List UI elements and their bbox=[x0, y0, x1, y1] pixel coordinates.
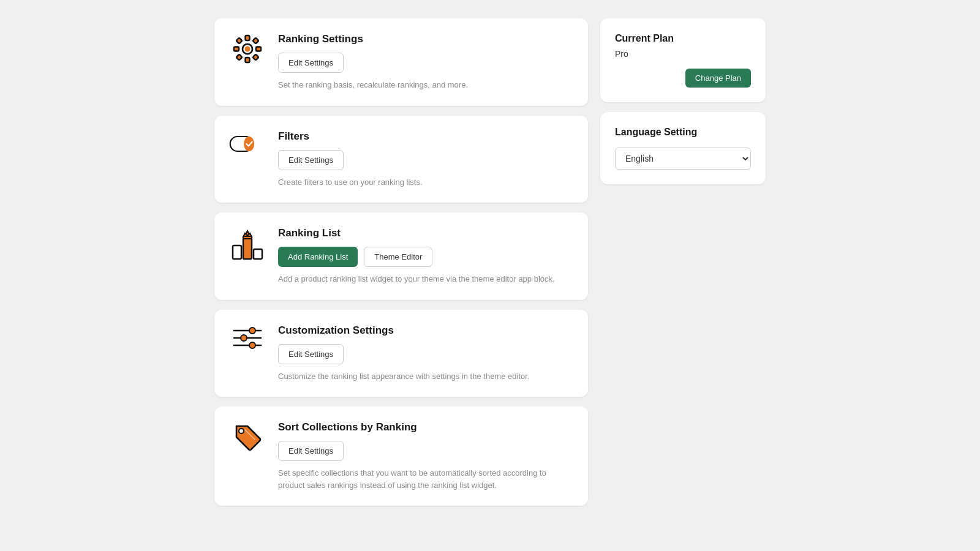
filters-content: Filters Edit Settings Create filters to … bbox=[278, 130, 573, 189]
add-ranking-list-button[interactable]: Add Ranking List bbox=[278, 247, 358, 267]
sliders-icon bbox=[229, 324, 266, 351]
current-plan-bottom: Change Plan bbox=[615, 69, 751, 88]
svg-rect-6 bbox=[253, 38, 259, 44]
svg-rect-3 bbox=[234, 47, 239, 51]
sort-collections-card: Sort Collections by Ranking Edit Setting… bbox=[214, 407, 588, 506]
gear-icon bbox=[229, 33, 266, 65]
ranking-settings-content: Ranking Settings Edit Settings Set the r… bbox=[278, 33, 573, 91]
side-column: Current Plan Pro Change Plan Language Se… bbox=[600, 18, 766, 506]
svg-rect-7 bbox=[236, 54, 243, 61]
customization-settings-title: Customization Settings bbox=[278, 324, 573, 337]
filters-description: Create filters to use on your ranking li… bbox=[278, 176, 573, 189]
ranking-list-buttons: Add Ranking List Theme Editor bbox=[278, 247, 573, 267]
svg-point-25 bbox=[239, 429, 244, 433]
sort-collections-description: Set specific collections that you want t… bbox=[278, 467, 573, 491]
filters-title: Filters bbox=[278, 130, 573, 143]
ranking-list-description: Add a product ranking list widget to you… bbox=[278, 273, 573, 285]
svg-rect-8 bbox=[253, 54, 259, 61]
sort-collections-title: Sort Collections by Ranking bbox=[278, 421, 573, 433]
svg-rect-13 bbox=[233, 246, 241, 259]
language-setting-card: Language Setting English Spanish French … bbox=[600, 112, 766, 184]
main-column: Ranking Settings Edit Settings Set the r… bbox=[214, 18, 588, 506]
sort-collections-edit-button[interactable]: Edit Settings bbox=[278, 441, 344, 461]
customization-settings-edit-button[interactable]: Edit Settings bbox=[278, 344, 344, 364]
page-layout: Ranking Settings Edit Settings Set the r… bbox=[214, 18, 766, 506]
plan-name: Pro bbox=[615, 49, 751, 59]
ranking-list-content: Ranking List Add Ranking List Theme Edit… bbox=[278, 227, 573, 285]
language-setting-title: Language Setting bbox=[615, 127, 751, 138]
ranking-settings-edit-button[interactable]: Edit Settings bbox=[278, 53, 344, 73]
change-plan-button[interactable]: Change Plan bbox=[685, 69, 751, 88]
theme-editor-button[interactable]: Theme Editor bbox=[364, 247, 432, 267]
customization-settings-description: Customize the ranking list appearance wi… bbox=[278, 370, 573, 383]
filters-edit-button[interactable]: Edit Settings bbox=[278, 150, 344, 170]
svg-point-22 bbox=[249, 328, 255, 334]
ranking-settings-card: Ranking Settings Edit Settings Set the r… bbox=[214, 18, 588, 106]
ranking-list-title: Ranking List bbox=[278, 227, 573, 239]
svg-rect-5 bbox=[236, 38, 243, 44]
ranking-settings-title: Ranking Settings bbox=[278, 33, 573, 45]
svg-rect-18 bbox=[243, 236, 252, 239]
svg-point-23 bbox=[241, 335, 247, 341]
svg-rect-2 bbox=[246, 58, 250, 62]
sort-collections-content: Sort Collections by Ranking Edit Setting… bbox=[278, 421, 573, 491]
filter-icon bbox=[229, 130, 266, 157]
svg-point-24 bbox=[249, 342, 255, 348]
language-select[interactable]: English Spanish French German Japanese bbox=[615, 148, 751, 170]
ranking-list-card: Ranking List Add Ranking List Theme Edit… bbox=[214, 212, 588, 300]
svg-rect-15 bbox=[254, 249, 262, 259]
tag-icon bbox=[229, 421, 266, 453]
svg-point-10 bbox=[245, 47, 251, 52]
svg-rect-4 bbox=[256, 47, 261, 51]
svg-rect-14 bbox=[243, 238, 252, 259]
current-plan-title: Current Plan bbox=[615, 33, 751, 44]
customization-settings-card: Customization Settings Edit Settings Cus… bbox=[214, 310, 588, 397]
ranking-list-icon bbox=[229, 227, 266, 264]
current-plan-card: Current Plan Pro Change Plan bbox=[600, 18, 766, 102]
svg-rect-12 bbox=[244, 137, 254, 151]
svg-rect-1 bbox=[246, 36, 250, 40]
ranking-settings-description: Set the ranking basis, recalculate ranki… bbox=[278, 79, 573, 91]
filters-card: Filters Edit Settings Create filters to … bbox=[214, 116, 588, 203]
customization-settings-content: Customization Settings Edit Settings Cus… bbox=[278, 324, 573, 383]
